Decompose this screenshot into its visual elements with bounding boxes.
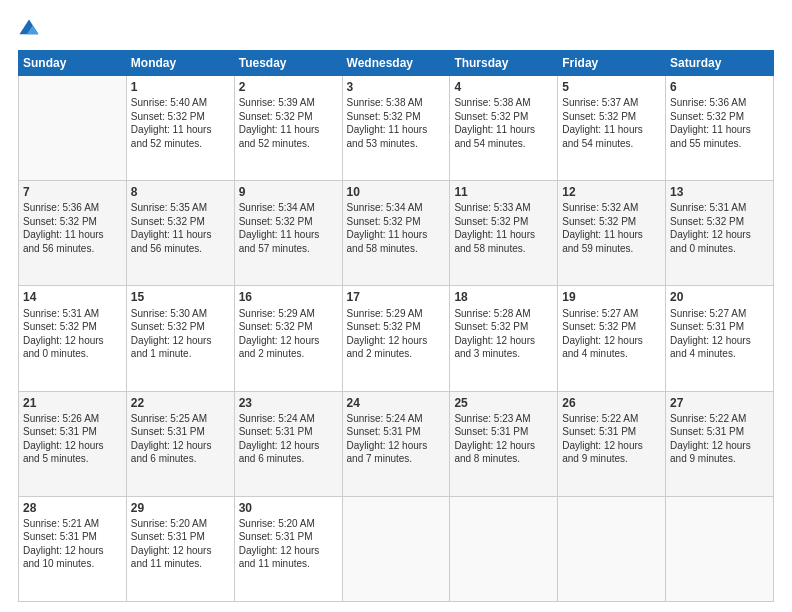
sunrise-text: Sunrise: 5:37 AM — [562, 97, 638, 108]
day-number: 4 — [454, 79, 553, 95]
daylight-text: Daylight: 12 hours and 8 minutes. — [454, 440, 535, 465]
calendar-cell: 28Sunrise: 5:21 AMSunset: 5:31 PMDayligh… — [19, 496, 127, 601]
calendar-cell: 3Sunrise: 5:38 AMSunset: 5:32 PMDaylight… — [342, 76, 450, 181]
calendar-cell: 27Sunrise: 5:22 AMSunset: 5:31 PMDayligh… — [666, 391, 774, 496]
calendar-header-friday: Friday — [558, 51, 666, 76]
sunset-text: Sunset: 5:32 PM — [562, 321, 636, 332]
sunset-text: Sunset: 5:32 PM — [23, 216, 97, 227]
sunrise-text: Sunrise: 5:36 AM — [23, 202, 99, 213]
sunset-text: Sunset: 5:32 PM — [131, 321, 205, 332]
sunset-text: Sunset: 5:31 PM — [562, 426, 636, 437]
calendar-header-sunday: Sunday — [19, 51, 127, 76]
calendar-week-row: 14Sunrise: 5:31 AMSunset: 5:32 PMDayligh… — [19, 286, 774, 391]
day-number: 5 — [562, 79, 661, 95]
day-number: 1 — [131, 79, 230, 95]
calendar-cell: 20Sunrise: 5:27 AMSunset: 5:31 PMDayligh… — [666, 286, 774, 391]
sunset-text: Sunset: 5:32 PM — [454, 111, 528, 122]
calendar-cell: 6Sunrise: 5:36 AMSunset: 5:32 PMDaylight… — [666, 76, 774, 181]
sunrise-text: Sunrise: 5:22 AM — [562, 413, 638, 424]
day-number: 14 — [23, 289, 122, 305]
daylight-text: Daylight: 12 hours and 3 minutes. — [454, 335, 535, 360]
sunrise-text: Sunrise: 5:24 AM — [347, 413, 423, 424]
sunset-text: Sunset: 5:32 PM — [131, 111, 205, 122]
daylight-text: Daylight: 12 hours and 4 minutes. — [670, 335, 751, 360]
day-number: 16 — [239, 289, 338, 305]
sunrise-text: Sunrise: 5:21 AM — [23, 518, 99, 529]
daylight-text: Daylight: 11 hours and 58 minutes. — [454, 229, 535, 254]
day-number: 7 — [23, 184, 122, 200]
calendar-week-row: 7Sunrise: 5:36 AMSunset: 5:32 PMDaylight… — [19, 181, 774, 286]
sunset-text: Sunset: 5:32 PM — [670, 216, 744, 227]
day-number: 25 — [454, 395, 553, 411]
sunset-text: Sunset: 5:32 PM — [670, 111, 744, 122]
daylight-text: Daylight: 11 hours and 54 minutes. — [454, 124, 535, 149]
daylight-text: Daylight: 12 hours and 9 minutes. — [562, 440, 643, 465]
calendar-week-row: 1Sunrise: 5:40 AMSunset: 5:32 PMDaylight… — [19, 76, 774, 181]
daylight-text: Daylight: 12 hours and 2 minutes. — [347, 335, 428, 360]
sunset-text: Sunset: 5:31 PM — [454, 426, 528, 437]
daylight-text: Daylight: 12 hours and 0 minutes. — [670, 229, 751, 254]
calendar-cell: 29Sunrise: 5:20 AMSunset: 5:31 PMDayligh… — [126, 496, 234, 601]
calendar-cell — [558, 496, 666, 601]
calendar-cell: 4Sunrise: 5:38 AMSunset: 5:32 PMDaylight… — [450, 76, 558, 181]
calendar-cell: 1Sunrise: 5:40 AMSunset: 5:32 PMDaylight… — [126, 76, 234, 181]
sunrise-text: Sunrise: 5:29 AM — [239, 308, 315, 319]
sunset-text: Sunset: 5:32 PM — [239, 321, 313, 332]
calendar-header-wednesday: Wednesday — [342, 51, 450, 76]
calendar-header-thursday: Thursday — [450, 51, 558, 76]
sunrise-text: Sunrise: 5:24 AM — [239, 413, 315, 424]
sunrise-text: Sunrise: 5:33 AM — [454, 202, 530, 213]
sunrise-text: Sunrise: 5:36 AM — [670, 97, 746, 108]
day-number: 23 — [239, 395, 338, 411]
daylight-text: Daylight: 12 hours and 10 minutes. — [23, 545, 104, 570]
sunset-text: Sunset: 5:32 PM — [562, 111, 636, 122]
sunrise-text: Sunrise: 5:31 AM — [23, 308, 99, 319]
day-number: 10 — [347, 184, 446, 200]
calendar-cell: 16Sunrise: 5:29 AMSunset: 5:32 PMDayligh… — [234, 286, 342, 391]
sunrise-text: Sunrise: 5:34 AM — [347, 202, 423, 213]
sunrise-text: Sunrise: 5:26 AM — [23, 413, 99, 424]
day-number: 30 — [239, 500, 338, 516]
calendar-cell — [19, 76, 127, 181]
daylight-text: Daylight: 12 hours and 4 minutes. — [562, 335, 643, 360]
calendar-cell: 8Sunrise: 5:35 AMSunset: 5:32 PMDaylight… — [126, 181, 234, 286]
calendar-cell: 11Sunrise: 5:33 AMSunset: 5:32 PMDayligh… — [450, 181, 558, 286]
calendar-header-row: SundayMondayTuesdayWednesdayThursdayFrid… — [19, 51, 774, 76]
daylight-text: Daylight: 12 hours and 5 minutes. — [23, 440, 104, 465]
sunrise-text: Sunrise: 5:23 AM — [454, 413, 530, 424]
day-number: 26 — [562, 395, 661, 411]
day-number: 2 — [239, 79, 338, 95]
sunrise-text: Sunrise: 5:30 AM — [131, 308, 207, 319]
calendar-week-row: 28Sunrise: 5:21 AMSunset: 5:31 PMDayligh… — [19, 496, 774, 601]
sunset-text: Sunset: 5:31 PM — [239, 531, 313, 542]
day-number: 20 — [670, 289, 769, 305]
calendar-cell: 2Sunrise: 5:39 AMSunset: 5:32 PMDaylight… — [234, 76, 342, 181]
sunset-text: Sunset: 5:32 PM — [239, 111, 313, 122]
calendar-cell: 19Sunrise: 5:27 AMSunset: 5:32 PMDayligh… — [558, 286, 666, 391]
calendar-cell: 30Sunrise: 5:20 AMSunset: 5:31 PMDayligh… — [234, 496, 342, 601]
day-number: 3 — [347, 79, 446, 95]
sunset-text: Sunset: 5:32 PM — [347, 216, 421, 227]
sunrise-text: Sunrise: 5:27 AM — [670, 308, 746, 319]
daylight-text: Daylight: 12 hours and 11 minutes. — [131, 545, 212, 570]
calendar-cell: 26Sunrise: 5:22 AMSunset: 5:31 PMDayligh… — [558, 391, 666, 496]
header — [18, 18, 774, 40]
calendar-cell: 13Sunrise: 5:31 AMSunset: 5:32 PMDayligh… — [666, 181, 774, 286]
daylight-text: Daylight: 11 hours and 55 minutes. — [670, 124, 751, 149]
sunset-text: Sunset: 5:32 PM — [347, 111, 421, 122]
day-number: 6 — [670, 79, 769, 95]
daylight-text: Daylight: 12 hours and 2 minutes. — [239, 335, 320, 360]
daylight-text: Daylight: 12 hours and 6 minutes. — [239, 440, 320, 465]
logo — [18, 18, 44, 40]
sunset-text: Sunset: 5:31 PM — [347, 426, 421, 437]
calendar-cell — [666, 496, 774, 601]
daylight-text: Daylight: 11 hours and 52 minutes. — [131, 124, 212, 149]
day-number: 28 — [23, 500, 122, 516]
sunrise-text: Sunrise: 5:32 AM — [562, 202, 638, 213]
sunset-text: Sunset: 5:32 PM — [347, 321, 421, 332]
calendar-cell: 7Sunrise: 5:36 AMSunset: 5:32 PMDaylight… — [19, 181, 127, 286]
sunrise-text: Sunrise: 5:25 AM — [131, 413, 207, 424]
calendar-cell: 10Sunrise: 5:34 AMSunset: 5:32 PMDayligh… — [342, 181, 450, 286]
sunset-text: Sunset: 5:32 PM — [562, 216, 636, 227]
sunrise-text: Sunrise: 5:27 AM — [562, 308, 638, 319]
